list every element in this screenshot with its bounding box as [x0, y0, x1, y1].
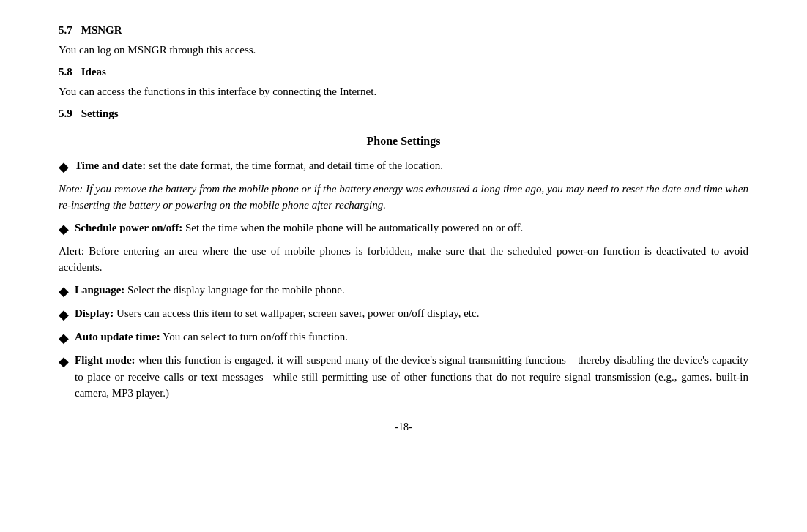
section-58-heading: 5.8 Ideas [59, 64, 748, 80]
bullet-display: ◆ Display: Users can access this item to… [59, 305, 748, 324]
alert-text: Alert: Before entering an area where the… [59, 243, 748, 276]
section-57-title: MSNGR [81, 22, 122, 39]
bullet-diamond-icon-5: ◆ [59, 329, 69, 348]
bullet-diamond-icon-3: ◆ [59, 282, 69, 301]
bullet-time-and-date-text: set the date format, the time format, an… [146, 160, 443, 171]
bullet-language-content: Language: Select the display language fo… [75, 282, 748, 299]
bullet-flight-mode-content: Flight mode: when this function is engag… [75, 352, 748, 402]
bullet-schedule-power-text: Set the time when the mobile phone will … [182, 222, 523, 233]
bullet-time-and-date-term: Time and date: [75, 160, 146, 171]
bullet-display-content: Display: Users can access this item to s… [75, 305, 748, 322]
section-59-number: 5.9 [59, 105, 72, 122]
bullet-schedule-power: ◆ Schedule power on/off: Set the time wh… [59, 220, 748, 239]
bullet-auto-update-text: You can select to turn on/off this funct… [160, 331, 348, 342]
bullet-display-term: Display: [75, 307, 114, 319]
section-58-title: Ideas [81, 64, 106, 80]
bullet-language: ◆ Language: Select the display language … [59, 282, 748, 301]
bullet-language-term: Language: [75, 284, 124, 296]
bullet-schedule-power-term: Schedule power on/off: [75, 222, 182, 233]
bullet-diamond-icon-6: ◆ [59, 353, 69, 371]
bullet-display-text: Users can access this item to set wallpa… [114, 307, 479, 319]
page-footer: -18- [59, 419, 748, 435]
bullet-diamond-icon-4: ◆ [59, 306, 69, 324]
bullet-schedule-power-content: Schedule power on/off: Set the time when… [75, 220, 748, 236]
section-59-title: Settings [81, 105, 119, 122]
bullet-diamond-icon-2: ◆ [59, 220, 69, 239]
note-battery: Note: If you remove the battery from the… [59, 181, 748, 214]
section-57-number: 5.7 [59, 22, 72, 39]
bullet-flight-mode-term: Flight mode: [75, 354, 135, 366]
bullet-language-text: Select the display language for the mobi… [124, 284, 344, 296]
section-58-body: You can access the functions in this int… [59, 83, 748, 100]
bullet-auto-update-content: Auto update time: You can select to turn… [75, 329, 748, 345]
section-57-heading: 5.7 MSNGR [59, 22, 748, 39]
section-58-number: 5.8 [59, 64, 72, 80]
section-59-heading: 5.9 Settings [59, 105, 748, 122]
bullet-auto-update: ◆ Auto update time: You can select to tu… [59, 329, 748, 348]
bullet-diamond-icon: ◆ [59, 158, 69, 176]
bullet-flight-mode: ◆ Flight mode: when this function is eng… [59, 352, 748, 402]
bullet-time-and-date: ◆ Time and date: set the date format, th… [59, 157, 748, 176]
bullet-time-and-date-content: Time and date: set the date format, the … [75, 157, 748, 174]
phone-settings-heading: Phone Settings [59, 132, 748, 150]
bullet-auto-update-term: Auto update time: [75, 331, 160, 342]
section-57-body: You can log on MSNGR through this access… [59, 42, 748, 59]
bullet-flight-mode-text: when this function is engaged, it will s… [75, 354, 748, 399]
